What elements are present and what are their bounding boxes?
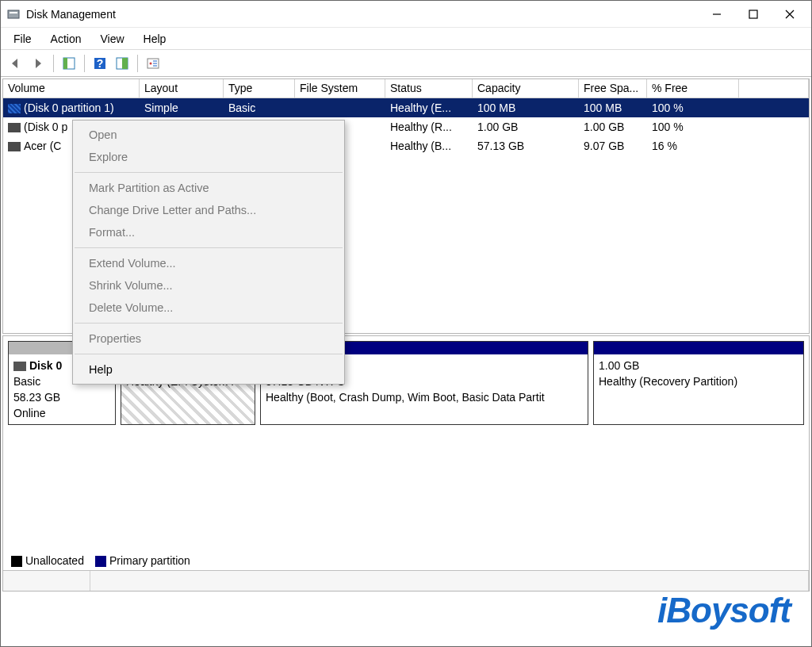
ctx-extend[interactable]: Extend Volume... [73,252,344,274]
watermark: iBoysoft [657,591,791,630]
disk-size: 58.23 GB [13,389,110,405]
svg-point-13 [150,62,152,64]
menu-bar: File Action View Help [1,28,811,50]
toolbar-separator [137,55,138,72]
forward-button[interactable] [28,53,48,74]
legend-unallocated: Unallocated [25,554,84,567]
ctx-properties[interactable]: Properties [73,327,344,350]
maximize-button[interactable] [735,2,772,26]
list-view-button[interactable] [143,53,163,74]
ctx-divider [75,323,343,324]
ctx-format[interactable]: Format... [73,221,344,243]
volume-icon [8,142,21,151]
col-layout[interactable]: Layout [140,79,224,98]
context-menu: Open Explore Mark Partition as Active Ch… [72,120,345,385]
help-button[interactable]: ? [90,53,110,74]
volume-status: Healthy (R... [385,119,473,135]
partition-block[interactable]: 1.00 GB Healthy (Recovery Partition) [593,341,804,425]
partition-header [594,342,803,354]
toolbar-separator [84,55,85,72]
ctx-divider [75,247,343,248]
disk-name: Disk 0 [29,359,62,372]
volume-pctfree: 100 % [647,119,739,135]
ctx-help[interactable]: Help [73,358,344,381]
ctx-mark-active[interactable]: Mark Partition as Active [73,177,344,199]
close-button[interactable] [772,2,808,26]
ctx-explore[interactable]: Explore [73,146,344,168]
status-cell [90,571,809,591]
minimize-button[interactable] [699,2,735,26]
volume-icon [8,123,21,132]
volume-name: (Disk 0 p [24,121,67,133]
refresh-button[interactable] [59,53,79,74]
svg-rect-1 [10,12,17,13]
legend: Unallocated Primary partition [11,554,190,567]
legend-swatch-unallocated [11,556,22,567]
menu-file[interactable]: File [4,29,41,48]
toolbar: ? [1,50,811,77]
svg-rect-11 [122,58,128,69]
ctx-divider [75,172,343,173]
ctx-change-letter[interactable]: Change Drive Letter and Paths... [73,199,344,221]
ctx-divider [75,354,343,354]
col-capacity[interactable]: Capacity [473,79,579,98]
svg-rect-0 [8,10,19,18]
menu-action[interactable]: Action [41,29,91,48]
partition-size: 1.00 GB [599,358,799,373]
volume-pctfree: 100 % [647,100,739,116]
title-bar: Disk Management [1,1,811,28]
col-filesystem[interactable]: File System [295,79,385,98]
volume-capacity: 100 MB [473,100,579,116]
volume-list-header: Volume Layout Type File System Status Ca… [3,79,809,98]
volume-name: (Disk 0 partition 1) [24,101,114,114]
partition-status: Healthy (Boot, Crash Dump, Wim Boot, Bas… [266,389,583,405]
menu-view[interactable]: View [90,29,133,48]
volume-type: Basic [224,100,295,116]
volume-icon [8,104,21,113]
back-button[interactable] [6,53,26,74]
volume-free: 1.00 GB [579,119,647,135]
legend-swatch-primary [95,556,106,567]
col-status[interactable]: Status [385,79,473,98]
volume-free: 100 MB [579,100,647,116]
status-cell [3,571,90,591]
volume-capacity: 1.00 GB [473,119,579,135]
volume-capacity: 57.13 GB [473,138,579,154]
ctx-open[interactable]: Open [73,124,344,146]
legend-primary: Primary partition [109,554,190,567]
ctx-shrink[interactable]: Shrink Volume... [73,274,344,297]
col-extra[interactable] [739,79,809,98]
svg-rect-7 [63,58,67,69]
volume-status: Healthy (E... [385,100,473,116]
menu-help[interactable]: Help [134,29,176,48]
col-pctfree[interactable]: % Free [647,79,739,98]
volume-status: Healthy (B... [385,138,473,154]
toolbar-separator [53,55,54,72]
col-volume[interactable]: Volume [3,79,140,98]
svg-text:?: ? [97,57,104,70]
app-icon [7,8,20,21]
status-bar [3,570,809,591]
volume-name: Acer (C [24,140,61,152]
volume-pctfree: 16 % [647,138,739,154]
settings-button[interactable] [112,53,132,74]
disk-icon [13,362,26,371]
volume-fs [295,106,385,109]
volume-free: 9.07 GB [579,138,647,154]
table-row[interactable]: (Disk 0 partition 1) Simple Basic Health… [3,98,809,117]
disk-status: Online [13,405,110,421]
col-type[interactable]: Type [224,79,295,98]
ctx-delete[interactable]: Delete Volume... [73,297,344,319]
volume-layout: Simple [140,100,224,116]
partition-status: Healthy (Recovery Partition) [599,373,799,389]
svg-rect-3 [749,10,757,18]
window-title: Disk Management [26,8,699,21]
col-free[interactable]: Free Spa... [579,79,647,98]
